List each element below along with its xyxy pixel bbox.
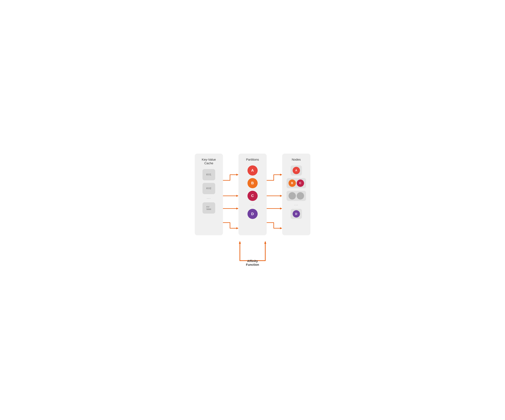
kv-cache-panel: Key-Value Cache KV1 KV2 ··· KV5000 — [195, 154, 223, 235]
kv2-item: KV2 — [202, 183, 215, 194]
diagram-container: Key-Value Cache KV1 KV2 ··· KV5000 — [189, 148, 316, 272]
nodes-title: Nodes — [292, 158, 301, 161]
arrow-area-2 — [267, 154, 282, 235]
kv5000-item: KV5000 — [202, 202, 215, 214]
node-gray-1 — [289, 192, 296, 199]
partition-c: C — [247, 191, 258, 201]
node-b: B — [289, 179, 296, 187]
affinity-arrows-svg — [217, 240, 288, 262]
node-gray-2 — [297, 192, 304, 199]
node-c: C — [297, 179, 304, 187]
svg-marker-7 — [280, 227, 282, 229]
partition-a: A — [247, 165, 258, 176]
svg-marker-0 — [236, 174, 239, 176]
partition-dots: ··· — [251, 204, 255, 206]
svg-marker-2 — [236, 208, 239, 210]
svg-marker-5 — [280, 195, 282, 197]
kv1-item: KV1 — [202, 169, 215, 180]
affinity-label: Affinity Function — [246, 259, 259, 266]
arrow-area-1 — [223, 154, 239, 235]
partitions-title: Partitions — [246, 158, 259, 161]
columns-row: Key-Value Cache KV1 KV2 ··· KV5000 — [195, 154, 310, 235]
partition-b: B — [247, 178, 258, 188]
partition-d: D — [247, 209, 258, 219]
kv-dots: ··· — [207, 197, 211, 200]
svg-marker-8 — [239, 241, 241, 244]
node-group-bc: B C — [287, 178, 306, 188]
svg-marker-4 — [280, 174, 282, 176]
kv-cache-title: Key-Value Cache — [198, 158, 220, 165]
svg-marker-6 — [280, 208, 282, 210]
partitions-panel: Partitions A B C ··· D — [239, 154, 267, 235]
node-dots: ··· — [294, 204, 298, 206]
svg-marker-9 — [264, 241, 266, 244]
node-group-gray — [287, 191, 306, 201]
node-a: A — [293, 167, 300, 174]
nodes-panel: Nodes A B C ··· D — [282, 154, 310, 235]
bottom-section: Affinity Function — [195, 240, 310, 266]
node-group-a: A — [291, 165, 302, 176]
arrows-svg-2 — [267, 166, 282, 234]
arrows-svg-1 — [223, 166, 239, 234]
svg-marker-3 — [236, 227, 239, 229]
node-group-d: D — [291, 209, 302, 219]
node-d: D — [293, 210, 300, 217]
svg-marker-1 — [236, 195, 239, 197]
